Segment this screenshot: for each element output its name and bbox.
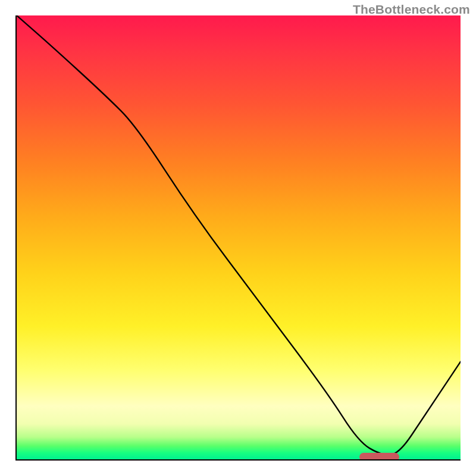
plot-area: [15, 15, 461, 461]
bottleneck-chart: TheBottleneck.com: [0, 0, 476, 476]
optimum-range-marker: [359, 453, 399, 461]
bottleneck-curve: [17, 15, 461, 459]
watermark-text: TheBottleneck.com: [353, 2, 470, 17]
